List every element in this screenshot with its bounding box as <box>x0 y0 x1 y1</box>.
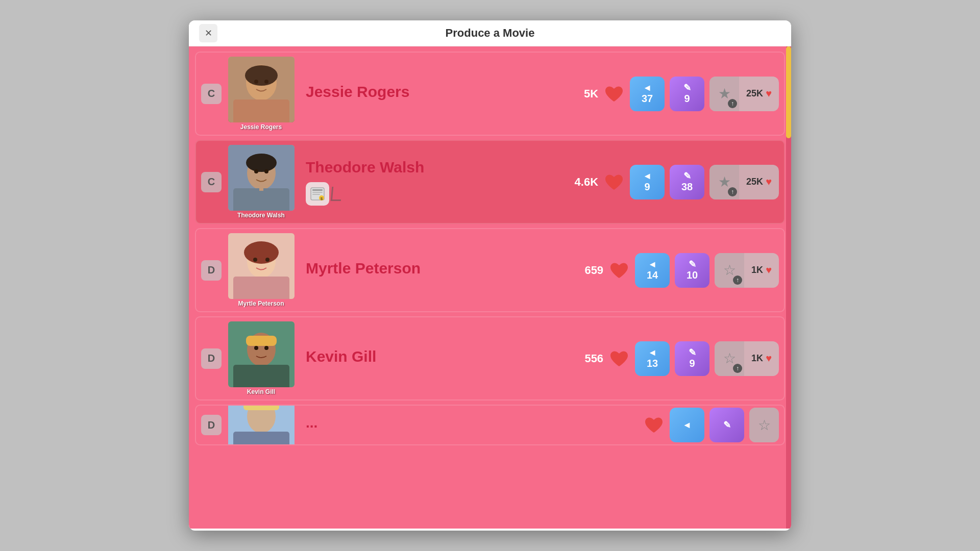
plus-badge: ↑ <box>733 364 742 373</box>
currency-button[interactable]: 1K ♥ <box>744 341 779 376</box>
purple-stat-num: 38 <box>681 181 693 193</box>
plus-badge: ↑ <box>728 187 737 196</box>
avatar-label: Kevin Gill <box>247 388 275 395</box>
svg-point-23 <box>253 258 257 262</box>
purple-stat-button[interactable]: ✎ 38 <box>670 165 704 199</box>
scrollbar-thumb[interactable] <box>786 46 791 138</box>
purple-stat-button[interactable]: ✎ <box>709 408 744 442</box>
currency-value: 25K <box>746 177 763 187</box>
purple-stat-icon: ✎ <box>723 420 731 430</box>
character-name: Myrtle Peterson <box>306 260 575 277</box>
like-button[interactable] <box>643 414 665 436</box>
rank-badge: D <box>201 415 222 435</box>
star-currency-section: ★ ↑ 25K ♥ <box>709 165 779 199</box>
blue-stat-button[interactable]: ◄ 9 <box>630 165 665 199</box>
heart-icon <box>609 261 629 280</box>
like-button[interactable] <box>608 348 630 369</box>
svg-rect-2 <box>233 99 289 122</box>
like-button[interactable] <box>603 83 625 105</box>
currency-value: 1K <box>751 353 763 364</box>
close-button[interactable]: ✕ <box>199 24 217 42</box>
plus-badge: ↑ <box>728 99 737 108</box>
plus-badge: ↑ <box>733 276 742 285</box>
row-actions: 556 ◄ 13 ✎ 9 ☆ ↑ <box>575 341 779 376</box>
currency-heart-icon: ♥ <box>766 353 772 364</box>
star-icon: ★ <box>718 173 731 190</box>
character-row: C Theodore Walsh Th <box>195 140 785 224</box>
currency-button[interactable]: 25K ♥ <box>739 77 779 111</box>
svg-point-30 <box>264 346 268 350</box>
currency-heart-icon: ♥ <box>766 264 772 276</box>
currency-heart-icon: ♥ <box>766 176 772 188</box>
rank-badge: D <box>201 260 222 281</box>
blue-stat-num: 37 <box>642 92 653 105</box>
svg-point-9 <box>246 154 277 172</box>
character-name: Theodore Walsh <box>306 159 570 176</box>
heart-icon <box>644 416 664 434</box>
avatar-container: Jessie Rogers <box>227 57 296 131</box>
star-button[interactable]: ☆ ↑ <box>715 253 744 288</box>
skill-tooltip-icon[interactable]: $ <box>306 182 329 206</box>
purple-stat-num: 9 <box>690 357 695 369</box>
star-currency-section: ☆ ↑ 1K ♥ <box>715 253 779 288</box>
avatar-image <box>228 233 295 299</box>
heart-icon <box>604 173 624 191</box>
svg-point-24 <box>265 258 270 262</box>
star-button[interactable]: ☆ ↑ <box>715 341 744 376</box>
like-button[interactable] <box>603 171 625 193</box>
svg-point-29 <box>254 346 258 350</box>
blue-stat-button[interactable]: ◄ 37 <box>630 77 665 111</box>
avatar-svg <box>228 233 295 299</box>
blue-stat-button[interactable]: ◄ <box>670 408 704 442</box>
book-icon: $ <box>310 187 325 201</box>
svg-rect-27 <box>233 365 289 387</box>
character-info: Jessie Rogers <box>306 83 570 105</box>
purple-stat-button[interactable]: ✎ 9 <box>675 341 709 376</box>
character-info: Theodore Walsh $ <box>306 159 570 206</box>
row-actions: 5K ◄ 37 ✎ 9 ★ ↑ <box>570 77 779 111</box>
svg-rect-28 <box>246 336 277 346</box>
modal-container: ✕ Produce a Movie C <box>189 20 791 531</box>
svg-point-4 <box>254 80 258 84</box>
star-currency-section: ☆ ↑ 1K ♥ <box>715 341 779 376</box>
avatar-label: Myrtle Peterson <box>238 300 284 307</box>
avatar-svg <box>228 321 295 387</box>
character-row: D ... <box>195 405 785 445</box>
row-actions: ◄ ✎ ☆ <box>643 408 779 442</box>
avatar-svg <box>228 145 295 211</box>
purple-stat-button[interactable]: ✎ 10 <box>675 253 709 288</box>
svg-point-22 <box>244 241 279 264</box>
avatar-container <box>227 405 296 445</box>
scrollbar-track[interactable] <box>786 46 791 529</box>
avatar-svg <box>228 57 295 122</box>
star-button[interactable]: ★ ↑ <box>709 77 739 111</box>
svg-rect-33 <box>233 432 289 446</box>
row-actions: 4.6K ◄ 9 ✎ 38 ★ ↑ <box>570 165 779 199</box>
currency-button[interactable]: 25K ♥ <box>739 165 779 199</box>
modal-title: Produce a Movie <box>446 27 535 40</box>
svg-rect-8 <box>233 188 289 211</box>
blue-stat-icon: ◄ <box>682 420 692 430</box>
blue-stat-button[interactable]: ◄ 14 <box>635 253 670 288</box>
avatar-image <box>228 57 295 122</box>
blue-stat-icon: ◄ <box>648 260 657 269</box>
purple-stat-button[interactable]: ✎ 9 <box>670 77 704 111</box>
star-icon: ☆ <box>723 350 736 367</box>
modal-header: ✕ Produce a Movie <box>189 20 791 46</box>
svg-rect-34 <box>243 405 279 410</box>
svg-point-3 <box>245 65 278 86</box>
blue-stat-icon: ◄ <box>643 171 652 181</box>
character-name: Kevin Gill <box>306 348 575 365</box>
currency-button[interactable]: 1K ♥ <box>744 253 779 288</box>
currency-value: 1K <box>751 265 763 276</box>
svg-point-11 <box>264 169 268 173</box>
character-info: Kevin Gill <box>306 348 575 369</box>
avatar-container: Kevin Gill <box>227 321 296 395</box>
blue-stat-button[interactable]: ◄ 13 <box>635 341 670 376</box>
star-button[interactable]: ★ ↑ <box>709 165 739 199</box>
row-actions: 659 ◄ 14 ✎ 10 ☆ ↑ <box>575 253 779 288</box>
star-button[interactable]: ☆ <box>749 408 779 442</box>
like-button[interactable] <box>608 260 630 281</box>
svg-point-10 <box>254 169 258 173</box>
avatar-image <box>228 321 295 387</box>
